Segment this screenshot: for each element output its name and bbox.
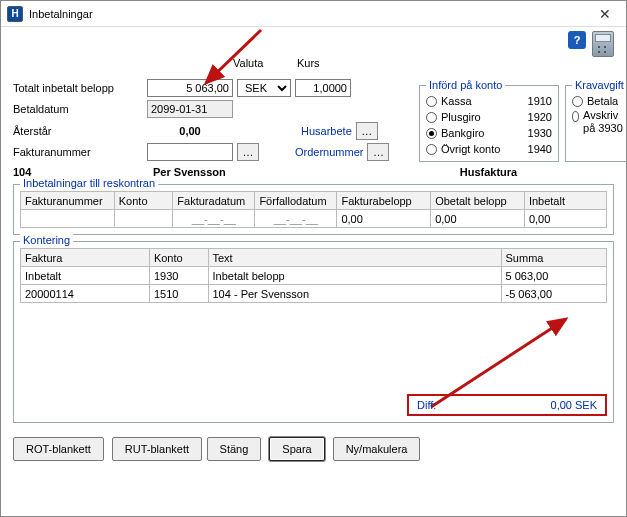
table-header-row: Faktura Konto Text Summa: [21, 249, 607, 267]
kurs-input[interactable]: [295, 79, 351, 97]
diff-box: Diff: 0,00 SEK: [407, 394, 607, 416]
radio-icon: [426, 128, 437, 139]
krav-legend: Kravavgift: [572, 79, 627, 91]
kontering-table: Faktura Konto Text Summa Inbetalt 1930 I…: [20, 248, 607, 303]
inford-group: Införd på konto Kassa 1910 Plusgiro 1920…: [419, 79, 559, 162]
kontering-legend: Kontering: [20, 234, 73, 246]
label-ordernummer: Ordernummer: [295, 146, 363, 158]
label-total: Totalt inbetalt belopp: [13, 82, 143, 94]
label-valuta: Valuta: [233, 57, 263, 69]
inford-option-plusgiro[interactable]: Plusgiro 1920: [426, 109, 552, 125]
inford-option-kassa[interactable]: Kassa 1910: [426, 93, 552, 109]
client-area: ? Valuta Kurs Totalt inbetalt belopp SEK: [1, 27, 626, 516]
radio-icon: [426, 144, 437, 155]
stang-button[interactable]: Stäng: [207, 437, 262, 461]
rot-button[interactable]: ROT-blankett: [13, 437, 104, 461]
close-icon[interactable]: ✕: [588, 4, 622, 24]
help-icon[interactable]: ?: [568, 31, 586, 49]
radio-icon: [426, 112, 437, 123]
info-type: Husfaktura: [363, 166, 614, 178]
betaldatum-field: 2099-01-31: [147, 100, 233, 118]
kontering-group: Kontering Faktura Konto Text Summa Inbet…: [13, 241, 614, 423]
label-aterstar: Återstår: [13, 125, 143, 137]
label-betaldatum: Betaldatum: [13, 103, 143, 115]
krav-option-avskriv[interactable]: Avskriv på 3930: [572, 109, 627, 135]
fakturanummer-lookup[interactable]: …: [237, 143, 259, 161]
ny-button[interactable]: Ny/makulera: [333, 437, 421, 461]
husarbete-button[interactable]: …: [356, 122, 378, 140]
total-input[interactable]: [147, 79, 233, 97]
krav-option-betala[interactable]: Betala: [572, 93, 627, 109]
aterstar-value: 0,00: [147, 125, 233, 137]
inford-legend: Införd på konto: [426, 79, 505, 91]
spara-button[interactable]: Spara: [269, 437, 324, 461]
rut-button[interactable]: RUT-blankett: [112, 437, 202, 461]
window: H Inbetalningar ✕ ? Valuta Kurs Totalt i…: [0, 0, 627, 517]
table-row[interactable]: 20000114 1510 104 - Per Svensson -5 063,…: [21, 285, 607, 303]
label-kurs: Kurs: [297, 57, 320, 69]
krav-group: Kravavgift Betala Avskriv på 3930: [565, 79, 627, 162]
reskontra-table: Fakturanummer Konto Fakturadatum Förfall…: [20, 191, 607, 228]
radio-icon: [572, 111, 579, 122]
titlebar: H Inbetalningar ✕: [1, 1, 626, 27]
info-name: Per Svensson: [153, 166, 363, 178]
window-title: Inbetalningar: [29, 8, 588, 20]
calculator-icon[interactable]: [592, 31, 614, 57]
table-row[interactable]: __-__-__ __-__-__ 0,00 0,00 0,00: [21, 210, 607, 228]
diff-label: Diff:: [417, 399, 436, 411]
reskontra-legend: Inbetalningar till reskontran: [20, 177, 158, 189]
table-row[interactable]: Inbetalt 1930 Inbetalt belopp 5 063,00: [21, 267, 607, 285]
valuta-select[interactable]: SEK: [237, 79, 291, 97]
inford-option-bankgiro[interactable]: Bankgiro 1930: [426, 125, 552, 141]
app-icon: H: [7, 6, 23, 22]
reskontra-group: Inbetalningar till reskontran Fakturanum…: [13, 184, 614, 235]
ordernummer-button[interactable]: …: [367, 143, 389, 161]
radio-icon: [426, 96, 437, 107]
table-header-row: Fakturanummer Konto Fakturadatum Förfall…: [21, 192, 607, 210]
diff-value: 0,00 SEK: [551, 399, 597, 411]
label-fakturanummer: Fakturanummer: [13, 146, 143, 158]
inford-option-ovrigt[interactable]: Övrigt konto 1940: [426, 141, 552, 157]
label-husarbete: Husarbete: [301, 125, 352, 137]
radio-icon: [572, 96, 583, 107]
fakturanummer-input[interactable]: [147, 143, 233, 161]
